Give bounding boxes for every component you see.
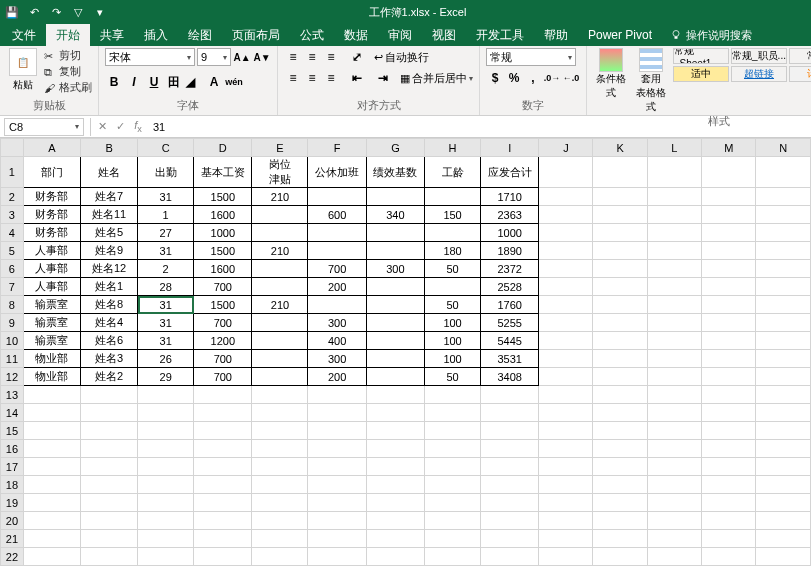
cell[interactable]	[701, 260, 756, 278]
cell[interactable]: 姓名	[80, 157, 137, 188]
cell[interactable]	[425, 530, 481, 548]
cell[interactable]	[539, 278, 593, 296]
cell[interactable]: 2528	[481, 278, 539, 296]
cell[interactable]: 出勤	[138, 157, 194, 188]
cell[interactable]	[481, 422, 539, 440]
column-header[interactable]: I	[481, 139, 539, 157]
cell[interactable]	[252, 512, 308, 530]
cell[interactable]: 2	[138, 260, 194, 278]
name-box[interactable]: C8▾	[4, 118, 84, 136]
cell[interactable]	[647, 458, 701, 476]
cell[interactable]	[593, 548, 647, 566]
cell[interactable]	[756, 188, 811, 206]
cell[interactable]: 5445	[481, 332, 539, 350]
row-header[interactable]: 21	[1, 530, 24, 548]
cell[interactable]	[593, 404, 647, 422]
cell[interactable]: 财务部	[23, 224, 80, 242]
cell[interactable]	[481, 458, 539, 476]
percent-button[interactable]: %	[505, 69, 523, 87]
cell[interactable]	[701, 422, 756, 440]
cell[interactable]	[308, 440, 366, 458]
column-header[interactable]: E	[252, 139, 308, 157]
cell[interactable]: 2372	[481, 260, 539, 278]
cell[interactable]	[593, 458, 647, 476]
cell[interactable]	[593, 422, 647, 440]
cell[interactable]: 100	[425, 332, 481, 350]
cell[interactable]: 600	[308, 206, 366, 224]
cell[interactable]	[425, 422, 481, 440]
cell[interactable]	[366, 404, 424, 422]
cell[interactable]	[138, 512, 194, 530]
cell[interactable]: 1600	[194, 260, 252, 278]
cell[interactable]	[252, 260, 308, 278]
cell[interactable]	[593, 296, 647, 314]
copy-button[interactable]: ⧉复制	[44, 64, 92, 79]
row-header[interactable]: 3	[1, 206, 24, 224]
column-header[interactable]: G	[366, 139, 424, 157]
cell[interactable]	[425, 440, 481, 458]
cell[interactable]: 姓名6	[80, 332, 137, 350]
cell[interactable]	[366, 296, 424, 314]
style-swatch[interactable]: 常规	[789, 48, 811, 64]
cell[interactable]	[194, 512, 252, 530]
cell[interactable]: 姓名2	[80, 368, 137, 386]
cell[interactable]: 150	[425, 206, 481, 224]
cell[interactable]	[252, 458, 308, 476]
cell[interactable]	[366, 350, 424, 368]
cell[interactable]	[701, 494, 756, 512]
cell[interactable]	[194, 548, 252, 566]
cell[interactable]	[23, 548, 80, 566]
column-header[interactable]: M	[701, 139, 756, 157]
fill-color-button[interactable]: ◢	[185, 73, 203, 91]
cell[interactable]	[308, 458, 366, 476]
cell[interactable]	[756, 494, 811, 512]
cell[interactable]: 700	[194, 278, 252, 296]
cell[interactable]	[593, 260, 647, 278]
cell[interactable]	[539, 422, 593, 440]
cell[interactable]	[194, 458, 252, 476]
cell[interactable]	[252, 332, 308, 350]
column-header[interactable]: F	[308, 139, 366, 157]
cell[interactable]	[701, 157, 756, 188]
cell[interactable]	[252, 422, 308, 440]
cell[interactable]	[647, 242, 701, 260]
cell[interactable]: 1890	[481, 242, 539, 260]
cell[interactable]	[23, 404, 80, 422]
cell[interactable]: 部门	[23, 157, 80, 188]
cell[interactable]	[539, 224, 593, 242]
cell[interactable]	[647, 476, 701, 494]
cell[interactable]	[252, 440, 308, 458]
cell[interactable]	[647, 548, 701, 566]
row-header[interactable]: 6	[1, 260, 24, 278]
cell[interactable]	[701, 404, 756, 422]
cell[interactable]	[756, 332, 811, 350]
column-header[interactable]: B	[80, 139, 137, 157]
cell[interactable]: 5255	[481, 314, 539, 332]
row-header[interactable]: 15	[1, 422, 24, 440]
cell[interactable]	[756, 440, 811, 458]
cell[interactable]: 姓名7	[80, 188, 137, 206]
tab-powerpivot[interactable]: Power Pivot	[578, 25, 662, 45]
align-middle-button[interactable]: ≡	[303, 48, 321, 66]
cell[interactable]: 26	[138, 350, 194, 368]
cell[interactable]: 姓名8	[80, 296, 137, 314]
cell[interactable]	[593, 350, 647, 368]
cell[interactable]: 700	[194, 314, 252, 332]
cell[interactable]: 300	[308, 350, 366, 368]
cell[interactable]	[366, 332, 424, 350]
cell[interactable]	[425, 278, 481, 296]
undo-icon[interactable]: ↶	[26, 4, 42, 20]
cell[interactable]	[593, 494, 647, 512]
cell[interactable]	[425, 458, 481, 476]
row-header[interactable]: 4	[1, 224, 24, 242]
currency-button[interactable]: $	[486, 69, 504, 87]
align-top-button[interactable]: ≡	[284, 48, 302, 66]
cell[interactable]: 物业部	[23, 368, 80, 386]
cell[interactable]	[308, 512, 366, 530]
cell[interactable]	[80, 404, 137, 422]
cell[interactable]	[308, 188, 366, 206]
cell[interactable]: 180	[425, 242, 481, 260]
cell[interactable]	[138, 476, 194, 494]
cell[interactable]	[23, 494, 80, 512]
style-swatch[interactable]: 超链接	[731, 66, 787, 82]
